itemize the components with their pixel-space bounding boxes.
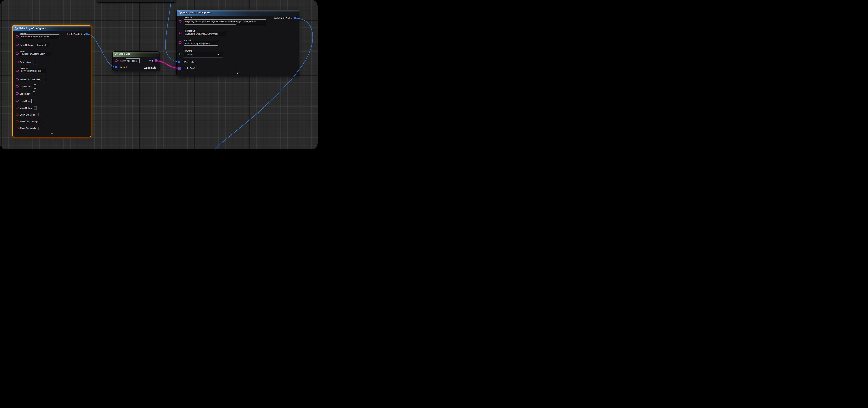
string-pin-client-id[interactable] xyxy=(16,70,18,72)
node-title: Make Map xyxy=(119,53,131,56)
pin-label-web3auth-options-out: Web 3Auth Options xyxy=(274,16,293,20)
pin-label-description: Description xyxy=(20,61,31,64)
enum-pin-network[interactable] xyxy=(179,53,181,55)
type-of-login-input[interactable]: facebook xyxy=(36,43,49,47)
map-pin-out[interactable] xyxy=(154,59,157,62)
pin-label-type-of-login: Type Of Login xyxy=(20,43,34,46)
add-pin-icon[interactable] xyxy=(153,66,156,69)
logo-light-input[interactable] xyxy=(33,92,35,96)
bool-pin-show-on-mobile[interactable] xyxy=(16,127,18,129)
struct-pin-login-config-item-out[interactable] xyxy=(85,33,88,35)
pin-label-show-on-mobile: Show On Mobile xyxy=(20,127,36,130)
network-value: CYAN xyxy=(187,54,193,56)
collapse-chevron-icon[interactable] xyxy=(237,72,240,74)
wire-loginconfigitem-to-value0[interactable] xyxy=(87,34,116,67)
pin-label-value0: Value 0 xyxy=(120,65,127,69)
pin-label-key0: Key 0 xyxy=(120,59,126,62)
node-title: Make Web3AuthOptions xyxy=(183,11,212,14)
pin-label-white-label: White Label xyxy=(184,61,195,64)
pin-label-login-config: Login Config xyxy=(184,67,196,70)
node-header[interactable]: Make LoginConfigItem xyxy=(13,26,91,31)
string-pin-sdk-url[interactable] xyxy=(179,41,181,44)
pin-label-logo-dark: Logo Dark xyxy=(20,99,30,103)
string-pin-logo-hover[interactable] xyxy=(16,85,18,88)
node-make-web3authoptions[interactable]: Make Web3AuthOptions Client Id BEglQSgt4… xyxy=(177,10,299,76)
logo-hover-input[interactable] xyxy=(34,84,36,89)
string-pin-client-id[interactable] xyxy=(179,20,181,23)
node-make-map[interactable]: Make Map Key 0 facebook Map Value 0 Add … xyxy=(113,52,160,71)
show-on-desktop-checkbox[interactable] xyxy=(40,120,43,123)
pin-label-show-on-desktop: Show On Desktop xyxy=(20,120,38,123)
string-pin-type-of-login[interactable] xyxy=(16,43,18,46)
pin-label-login-config-item: Login Config Item xyxy=(67,33,85,36)
make-struct-icon xyxy=(15,27,18,30)
main-option-checkbox[interactable] xyxy=(34,106,37,110)
string-pin-name[interactable] xyxy=(16,53,18,55)
pin-label-logo-hover: Logo Hover xyxy=(20,85,31,88)
node-make-loginconfigitem[interactable]: Make LoginConfigItem Verifier web3auth-f… xyxy=(13,26,91,137)
struct-pin-value0[interactable] xyxy=(115,66,117,68)
string-pin-key0[interactable] xyxy=(115,59,118,62)
make-struct-icon xyxy=(179,11,182,14)
struct-pin-web3auth-options-out[interactable] xyxy=(294,17,297,19)
offscreen-node-partial[interactable] xyxy=(97,0,176,2)
node-header[interactable]: Make Web3AuthOptions xyxy=(177,10,299,15)
show-on-modal-checkbox[interactable] xyxy=(38,113,41,116)
make-map-icon xyxy=(115,53,118,56)
blueprint-editor: Make LoginConfigItem Verifier web3auth-f… xyxy=(0,0,318,149)
bool-pin-show-on-desktop[interactable] xyxy=(16,120,18,123)
pin-label-client-id: Client Id xyxy=(184,16,192,19)
add-pin-label[interactable]: Add pin xyxy=(144,66,153,69)
map-pin-login-config[interactable] xyxy=(178,67,181,70)
bool-pin-main-option[interactable] xyxy=(16,107,18,109)
redirect-url-input[interactable]: w3a://com.w3a.Web3AuthUnreal xyxy=(184,32,226,36)
client-id-text: BEglQSgt4cUWcj6SKRdu5QkOXTsePmMcusG5EAoy… xyxy=(185,20,256,23)
struct-pin-white-label[interactable] xyxy=(178,61,180,63)
string-pin-logo-light[interactable] xyxy=(16,92,18,95)
string-pin-verifier-sub-identifier[interactable] xyxy=(16,78,18,80)
network-dropdown[interactable]: CYAN xyxy=(184,52,223,58)
client-id-input[interactable]: 1222658941886084 xyxy=(20,69,46,73)
pin-label-main-option: Main Option xyxy=(20,106,32,110)
sdk-url-input[interactable]: https://sdk.openlogin.com xyxy=(184,41,218,45)
string-pin-redirect-url[interactable] xyxy=(179,32,181,34)
textbox-hscrollbar[interactable] xyxy=(185,24,237,25)
pin-label-map-out: Map xyxy=(149,59,153,62)
show-on-mobile-checkbox[interactable] xyxy=(38,127,41,130)
key0-input[interactable]: facebook xyxy=(126,59,140,63)
string-pin-verifier[interactable] xyxy=(16,35,18,38)
pin-label-show-on-modal: Show On Modal xyxy=(20,113,35,116)
bool-pin-show-on-modal[interactable] xyxy=(16,113,18,116)
description-input[interactable] xyxy=(34,60,36,64)
client-id-input[interactable]: BEglQSgt4cUWcj6SKRdu5QkOXTsePmMcusG5EAoy… xyxy=(184,20,266,26)
collapse-chevron-icon[interactable] xyxy=(51,133,54,135)
logo-dark-input[interactable] xyxy=(31,99,34,103)
verifier-sub-identifier-input[interactable] xyxy=(44,77,47,81)
string-pin-description[interactable] xyxy=(16,61,18,63)
name-input[interactable]: Facebook Custom Login xyxy=(20,52,52,56)
graph-canvas[interactable]: Make LoginConfigItem Verifier web3auth-f… xyxy=(0,0,318,149)
verifier-input[interactable]: web3auth-facebook-example xyxy=(20,34,59,39)
pin-label-logo-light: Logo Light xyxy=(20,92,30,95)
node-title: Make LoginConfigItem xyxy=(19,27,46,30)
chevron-down-icon xyxy=(218,54,220,56)
node-header[interactable]: Make Map xyxy=(113,52,160,57)
string-pin-logo-dark[interactable] xyxy=(16,100,18,102)
pin-label-verifier-sub-identifier: Verifier Sub Identifier xyxy=(20,78,40,81)
